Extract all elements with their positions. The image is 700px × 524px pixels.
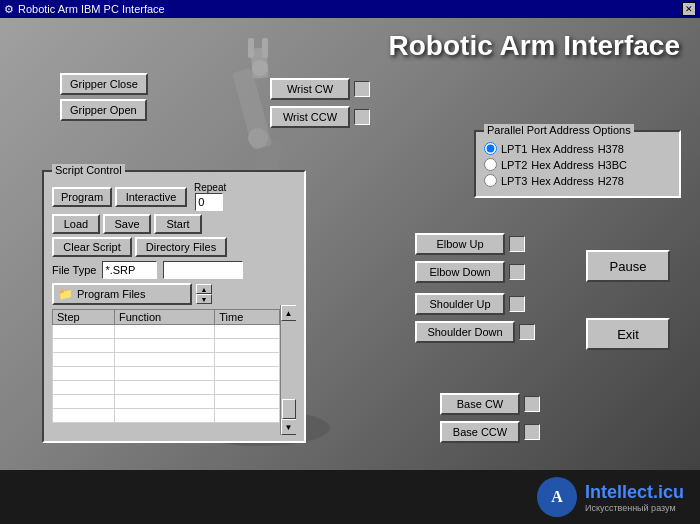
parallel-port-group: Parallel Port Address Options LPT1 Hex A… xyxy=(474,130,681,198)
file-table-body xyxy=(53,325,280,423)
lpt3-hex-label: Hex Address xyxy=(531,175,593,187)
col-time: Time xyxy=(215,310,280,325)
interactive-button[interactable]: Interactive xyxy=(115,187,187,207)
file-type-label: File Type xyxy=(52,264,96,276)
scroll-down-arrow[interactable]: ▼ xyxy=(281,419,297,435)
lpt3-label: LPT3 xyxy=(501,175,527,187)
exit-button[interactable]: Exit xyxy=(586,318,670,350)
scroll-thumb[interactable] xyxy=(282,399,296,419)
gripper-close-row: Gripper Close xyxy=(60,73,148,95)
scroll-up-arrow[interactable]: ▲ xyxy=(281,305,297,321)
drive-select[interactable]: 📁 Program Files xyxy=(52,283,192,305)
wrist-ccw-light xyxy=(354,109,370,125)
table-row xyxy=(53,409,280,423)
drive-folder-icon: 📁 xyxy=(58,287,73,301)
program-button[interactable]: Program xyxy=(52,187,112,207)
drive-arrow-down[interactable]: ▼ xyxy=(196,294,212,304)
lpt1-hex-label: Hex Address xyxy=(531,143,593,155)
shoulder-down-button[interactable]: Shoulder Down xyxy=(415,321,515,343)
wrist-ccw-row: Wrist CCW xyxy=(270,106,370,128)
lpt1-hex-value: H378 xyxy=(598,143,624,155)
lpt2-label: LPT2 xyxy=(501,159,527,171)
script-control-group: Script Control Program Interactive Repea… xyxy=(42,170,306,443)
load-button[interactable]: Load xyxy=(52,214,100,234)
table-scrollbar: ▲ ▼ xyxy=(280,305,296,435)
start-button[interactable]: Start xyxy=(154,214,202,234)
gripper-area: Gripper Close Gripper Open xyxy=(60,73,148,121)
shoulder-down-light xyxy=(519,324,535,340)
pause-button[interactable]: Pause xyxy=(586,250,670,282)
directory-files-button[interactable]: Directory Files xyxy=(135,237,227,257)
script-row-2: Load Save Start xyxy=(52,214,296,234)
elbow-down-light xyxy=(509,264,525,280)
intellect-sub-text: Искусственный разум xyxy=(585,503,684,513)
shoulder-up-light xyxy=(509,296,525,312)
wrist-cw-button[interactable]: Wrist CW xyxy=(270,78,350,100)
base-ccw-button[interactable]: Base CCW xyxy=(440,421,520,443)
repeat-group: Repeat xyxy=(192,182,226,211)
title-bar-text: Robotic Arm IBM PC Interface xyxy=(18,3,165,15)
file-type-section: File Type xyxy=(52,261,296,279)
save-button[interactable]: Save xyxy=(103,214,151,234)
drive-arrows: ▲ ▼ xyxy=(196,284,212,304)
intellect-logo-letter: A xyxy=(551,488,563,506)
drive-row: 📁 Program Files ▲ ▼ xyxy=(52,283,296,305)
shoulder-down-row: Shoulder Down xyxy=(415,321,535,343)
close-button[interactable]: ✕ xyxy=(682,2,696,16)
col-step: Step xyxy=(53,310,115,325)
lpt2-row: LPT2 Hex Address H3BC xyxy=(484,158,671,171)
svg-rect-7 xyxy=(262,38,268,58)
gripper-close-button[interactable]: Gripper Close xyxy=(60,73,148,95)
svg-rect-6 xyxy=(248,38,254,58)
lpt1-radio[interactable] xyxy=(484,142,497,155)
lpt3-row: LPT3 Hex Address H278 xyxy=(484,174,671,187)
svg-point-11 xyxy=(252,60,268,76)
wrist-ccw-button[interactable]: Wrist CCW xyxy=(270,106,350,128)
script-row-3: Clear Script Directory Files xyxy=(52,237,296,257)
table-row xyxy=(53,381,280,395)
intellect-logo-circle: A xyxy=(537,477,577,517)
drive-arrow-up[interactable]: ▲ xyxy=(196,284,212,294)
lpt1-row: LPT1 Hex Address H378 xyxy=(484,142,671,155)
repeat-input[interactable] xyxy=(195,193,223,211)
script-control-title: Script Control xyxy=(52,164,125,176)
shoulder-area: Shoulder Up Shoulder Down xyxy=(415,293,535,343)
intellect-logo: A Intellect.icu Искусственный разум xyxy=(537,477,684,517)
intellect-text: Intellect.icu Искусственный разум xyxy=(585,482,684,513)
lpt1-label: LPT1 xyxy=(501,143,527,155)
elbow-down-button[interactable]: Elbow Down xyxy=(415,261,505,283)
wrist-cw-row: Wrist CW xyxy=(270,78,370,100)
gripper-open-button[interactable]: Gripper Open xyxy=(60,99,147,121)
gripper-open-row: Gripper Open xyxy=(60,99,148,121)
file-type-input[interactable] xyxy=(102,261,157,279)
intellect-main-text: Intellect.icu xyxy=(585,482,684,503)
table-row xyxy=(53,339,280,353)
col-function: Function xyxy=(114,310,214,325)
wrist-cw-light xyxy=(354,81,370,97)
base-area: Base CW Base CCW xyxy=(440,393,540,443)
table-row xyxy=(53,367,280,381)
shoulder-up-row: Shoulder Up xyxy=(415,293,535,315)
clear-script-button[interactable]: Clear Script xyxy=(52,237,132,257)
script-row-1: Program Interactive Repeat xyxy=(52,182,296,211)
table-row xyxy=(53,395,280,409)
lpt3-radio[interactable] xyxy=(484,174,497,187)
base-cw-button[interactable]: Base CW xyxy=(440,393,520,415)
parallel-port-title: Parallel Port Address Options xyxy=(484,124,634,136)
lpt2-hex-value: H3BC xyxy=(598,159,627,171)
wrist-area: Wrist CW Wrist CCW xyxy=(270,78,370,128)
lpt2-radio[interactable] xyxy=(484,158,497,171)
app-title: Robotic Arm Interface xyxy=(389,30,680,62)
lpt3-hex-value: H278 xyxy=(598,175,624,187)
elbow-up-button[interactable]: Elbow Up xyxy=(415,233,505,255)
parallel-port-section: Parallel Port Address Options LPT1 Hex A… xyxy=(470,126,685,202)
repeat-label: Repeat xyxy=(194,182,226,193)
base-cw-row: Base CW xyxy=(440,393,540,415)
base-cw-light xyxy=(524,396,540,412)
shoulder-up-button[interactable]: Shoulder Up xyxy=(415,293,505,315)
elbow-down-row: Elbow Down xyxy=(415,261,525,283)
elbow-up-row: Elbow Up xyxy=(415,233,525,255)
lpt2-hex-label: Hex Address xyxy=(531,159,593,171)
file-table: Step Function Time xyxy=(52,309,280,423)
file-type-display-box xyxy=(163,261,243,279)
